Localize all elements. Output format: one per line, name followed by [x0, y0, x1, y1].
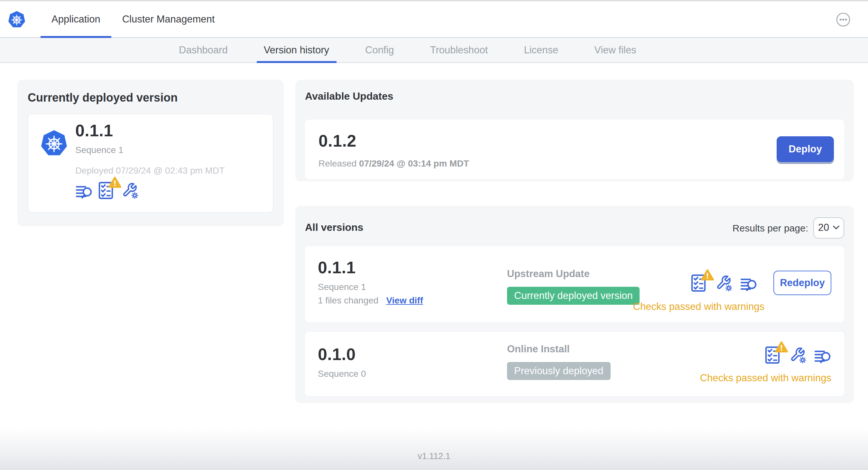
available-updates-title: Available Updates — [305, 91, 844, 102]
current-version-number: 0.1.1 — [75, 121, 273, 141]
results-per-page-label: Results per page: — [733, 222, 808, 233]
version-row-0-1-1: 0.1.1 Sequence 1 1 files changed View di… — [305, 246, 844, 322]
preflight-status-text[interactable]: Checks passed with warnings — [633, 301, 831, 312]
topnav-tab-application[interactable]: Application — [40, 1, 111, 37]
config-icon[interactable] — [715, 274, 733, 292]
tab-view-files[interactable]: View files — [581, 38, 650, 62]
released-date: 07/29/24 @ 03:14 pm MDT — [359, 158, 469, 168]
update-version-number: 0.1.2 — [318, 131, 844, 151]
previously-deployed-badge: Previously deployed — [507, 362, 610, 380]
currently-deployed-card: Currently deployed version 0.1.1 Sequenc… — [18, 80, 284, 226]
kubernetes-logo — [41, 130, 67, 157]
tab-troubleshoot[interactable]: Troubleshoot — [416, 38, 502, 62]
warning-triangle-icon — [701, 269, 714, 281]
topnav-tab-cluster-management[interactable]: Cluster Management — [111, 1, 226, 37]
tab-version-history[interactable]: Version history — [250, 38, 343, 62]
all-versions-card: All versions Results per page: 20 0.1.1 … — [295, 206, 854, 403]
top-navbar: Application Cluster Management — [0, 1, 868, 38]
diff-logs-icon[interactable] — [740, 274, 757, 292]
more-menu-button[interactable] — [836, 12, 850, 27]
released-label: Released — [318, 158, 356, 168]
currently-deployed-badge: Currently deployed version — [507, 287, 640, 305]
current-version-deployed-date: Deployed 07/29/24 @ 02:43 pm MDT — [75, 165, 273, 175]
version-row-0-1-0: 0.1.0 Sequence 0 Online Install Previous… — [305, 332, 844, 396]
currently-deployed-title: Currently deployed version — [28, 91, 274, 105]
tab-license[interactable]: License — [510, 38, 572, 62]
redeploy-button[interactable]: Redeploy — [773, 271, 831, 295]
page-footer: v1.112.1 — [0, 428, 868, 470]
preflight-checks-warning-icon[interactable] — [98, 181, 116, 199]
current-version-sequence: Sequence 1 — [75, 145, 273, 155]
view-diff-link[interactable]: View diff — [386, 295, 423, 305]
row-version-number: 0.1.1 — [318, 258, 423, 278]
config-icon[interactable] — [789, 346, 807, 364]
diff-logs-icon[interactable] — [75, 181, 93, 199]
chevron-down-icon — [832, 225, 839, 230]
row-sequence: Sequence 0 — [318, 368, 366, 379]
preflight-checks-warning-icon[interactable] — [691, 274, 708, 292]
files-changed-text: 1 files changed — [318, 295, 378, 305]
config-icon[interactable] — [122, 181, 139, 199]
ellipsis-circle-icon — [836, 12, 850, 27]
tab-config[interactable]: Config — [352, 38, 408, 62]
row-version-number: 0.1.0 — [318, 345, 366, 365]
currently-deployed-version-panel: 0.1.1 Sequence 1 Deployed 07/29/24 @ 02:… — [28, 114, 274, 213]
preflight-status-text[interactable]: Checks passed with warnings — [700, 372, 831, 384]
console-version-text: v1.112.1 — [417, 451, 451, 461]
tab-dashboard[interactable]: Dashboard — [165, 38, 241, 62]
kots-admin-console: Application Cluster Management Dashboard… — [0, 0, 868, 470]
available-update-row: 0.1.2 Released 07/29/24 @ 03:14 pm MDT D… — [305, 120, 844, 179]
results-per-page-value: 20 — [818, 222, 829, 233]
deploy-button[interactable]: Deploy — [777, 136, 834, 162]
warning-triangle-icon — [108, 176, 122, 189]
version-source-label: Upstream Update — [507, 268, 640, 280]
results-per-page-select[interactable]: 20 — [813, 217, 844, 238]
update-released-line: Released 07/29/24 @ 03:14 pm MDT — [318, 158, 844, 168]
kubernetes-logo-icon — [8, 11, 25, 28]
all-versions-title: All versions — [305, 222, 363, 233]
diff-logs-icon[interactable] — [814, 346, 831, 364]
preflight-checks-warning-icon[interactable] — [765, 346, 782, 364]
available-updates-card: Available Updates 0.1.2 Released 07/29/2… — [295, 80, 854, 181]
version-source-label: Online Install — [507, 343, 610, 355]
app-subnav: Dashboard Version history Config Trouble… — [0, 38, 868, 63]
warning-triangle-icon — [775, 341, 788, 353]
row-sequence: Sequence 1 — [318, 281, 423, 292]
